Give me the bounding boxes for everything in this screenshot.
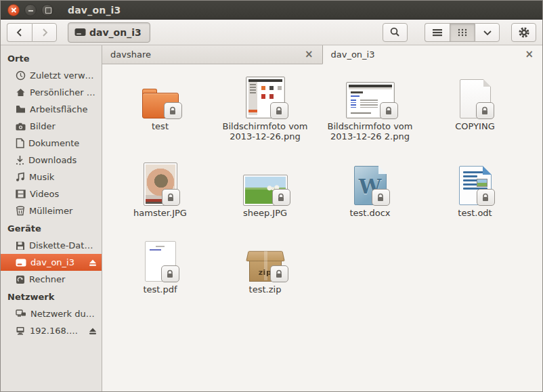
file-label: test.zip <box>249 284 282 295</box>
list-view-icon <box>432 28 443 37</box>
close-tab-icon[interactable]: × <box>523 48 536 61</box>
gear-icon <box>518 26 530 39</box>
sidebar-item-trash[interactable]: Mülleimer <box>1 202 102 219</box>
file-label: sheep.JPG <box>243 208 287 218</box>
sidebar-item-floppy[interactable]: Diskette-Dat… <box>1 237 102 254</box>
lock-emblem-icon <box>270 265 288 282</box>
sidebar-item-videos[interactable]: Videos <box>1 186 102 202</box>
sidebar-item-downloads[interactable]: Downloads <box>1 152 102 169</box>
window-title: dav_on_i3 <box>68 5 121 16</box>
file-label: test.docx <box>349 208 390 218</box>
sidebar-item-label: Downloads <box>28 155 97 165</box>
file-label: Bildschirmfoto vom 2013-12-26.png <box>219 121 312 141</box>
sidebar-item-label: Zuletzt verw… <box>30 70 97 81</box>
close-window-icon[interactable] <box>7 4 20 16</box>
sidebar-item-label: Musik <box>29 172 97 182</box>
eject-button[interactable] <box>88 327 97 335</box>
network-browse-icon <box>16 309 26 318</box>
view-options-button[interactable] <box>475 23 500 42</box>
sidebar-item-label: Bilder <box>30 121 97 131</box>
sidebar-item-label: Persönlicher … <box>30 87 97 97</box>
sidebar-item-documents[interactable]: Dokumente <box>1 135 102 152</box>
sidebar-item-dav-on-i3[interactable]: dav_on_i3 <box>1 254 102 271</box>
lock-emblem-icon <box>380 102 398 119</box>
sidebar-item-browse-network[interactable]: Netzwerk du… <box>1 305 102 322</box>
file-view[interactable]: test <box>102 64 542 391</box>
view-toggle-group <box>425 23 500 42</box>
floppy-icon <box>16 241 25 251</box>
back-button[interactable] <box>7 23 32 42</box>
tab-dav-on-i3[interactable]: dav_on_i3 × <box>322 45 543 64</box>
tab-davshare[interactable]: davshare × <box>102 45 322 64</box>
forward-icon <box>39 27 50 38</box>
sidebar-item-desktop[interactable]: Arbeitsfläche <box>1 101 102 118</box>
location-path-button[interactable]: dav_on_i3 <box>68 22 150 43</box>
drive-icon <box>74 28 86 37</box>
sidebar-heading-network: Netzwerk <box>1 288 102 305</box>
folder-icon <box>16 105 26 114</box>
eject-icon <box>88 327 97 335</box>
file-item-test-folder[interactable]: test <box>108 68 213 155</box>
lock-emblem-icon <box>164 102 182 119</box>
maximize-window-icon[interactable] <box>41 4 53 16</box>
home-icon <box>16 87 26 97</box>
file-label: COPYING <box>455 121 494 131</box>
camera-icon <box>16 123 26 131</box>
file-item-screenshot-1[interactable]: Bildschirmfoto vom 2013-12-26.png <box>213 68 318 155</box>
sidebar-item-label: Arbeitsfläche <box>30 104 97 114</box>
file-item-sheep[interactable]: sheep.JPG <box>213 155 318 232</box>
sidebar-item-label: 192.168.… <box>30 326 84 336</box>
lock-emblem-icon <box>372 189 390 206</box>
tab-label: dav_on_i3 <box>331 49 523 60</box>
sidebar-item-label: Netzwerk du… <box>30 309 97 319</box>
grid-view-button[interactable] <box>450 23 475 42</box>
download-icon <box>16 155 24 165</box>
eject-icon <box>88 259 97 267</box>
file-label: test <box>152 121 169 131</box>
file-item-zip[interactable]: zip test.zip <box>213 232 318 308</box>
lock-emblem-icon <box>270 102 288 119</box>
file-item-docx[interactable]: W test.docx <box>318 155 422 232</box>
sidebar-item-label: Diskette-Dat… <box>29 240 97 251</box>
tab-label: davshare <box>110 49 303 60</box>
lock-emblem-icon <box>161 265 179 282</box>
sidebar-item-music[interactable]: Musik <box>1 169 102 186</box>
forward-button[interactable] <box>32 23 57 42</box>
search-button[interactable] <box>383 23 408 42</box>
search-icon <box>389 26 401 38</box>
sidebar-heading-devices: Geräte <box>1 219 102 237</box>
titlebar[interactable]: dav_on_i3 <box>1 1 542 20</box>
document-icon <box>16 138 24 148</box>
sidebar-item-recent[interactable]: Zuletzt verw… <box>1 67 102 84</box>
toolbar-right-group <box>383 23 536 42</box>
back-icon <box>14 27 25 38</box>
settings-menu-button[interactable] <box>511 23 536 42</box>
film-icon <box>16 190 26 198</box>
sidebar-item-pictures[interactable]: Bilder <box>1 118 102 135</box>
list-view-button[interactable] <box>425 23 450 42</box>
sidebar-item-label: Videos <box>30 189 97 199</box>
sidebar-item-home[interactable]: Persönlicher … <box>1 84 102 101</box>
lock-emblem-icon <box>476 102 494 119</box>
icon-grid: test <box>108 68 542 308</box>
file-item-odt[interactable]: test.odt <box>422 155 527 232</box>
sidebar-item-label: Dokumente <box>28 138 97 148</box>
sidebar-heading-places: Orte <box>1 49 102 67</box>
location-path-label: dav_on_i3 <box>89 27 142 38</box>
clock-icon <box>16 70 26 81</box>
sidebar-item-computer[interactable]: Rechner <box>1 271 102 288</box>
network-server-icon <box>16 326 26 335</box>
navigation-buttons <box>7 23 57 42</box>
toolbar: dav_on_i3 <box>1 20 542 45</box>
file-item-screenshot-2[interactable]: Bildschirmfoto vom 2013-12-26 2.png <box>318 68 422 155</box>
music-icon <box>16 172 25 182</box>
file-item-pdf[interactable]: test.pdf <box>108 232 213 308</box>
lock-emblem-icon <box>162 189 180 206</box>
eject-button[interactable] <box>88 259 97 267</box>
sidebar-item-network-server[interactable]: 192.168.… <box>1 322 102 339</box>
close-tab-icon[interactable]: × <box>303 48 316 61</box>
file-item-hamster[interactable]: hamster.JPG <box>108 155 213 232</box>
minimize-window-icon[interactable] <box>24 4 37 16</box>
file-item-copying[interactable]: COPYING <box>422 68 527 155</box>
window-body: Orte Zuletzt verw… Persönlicher … <box>1 45 542 391</box>
